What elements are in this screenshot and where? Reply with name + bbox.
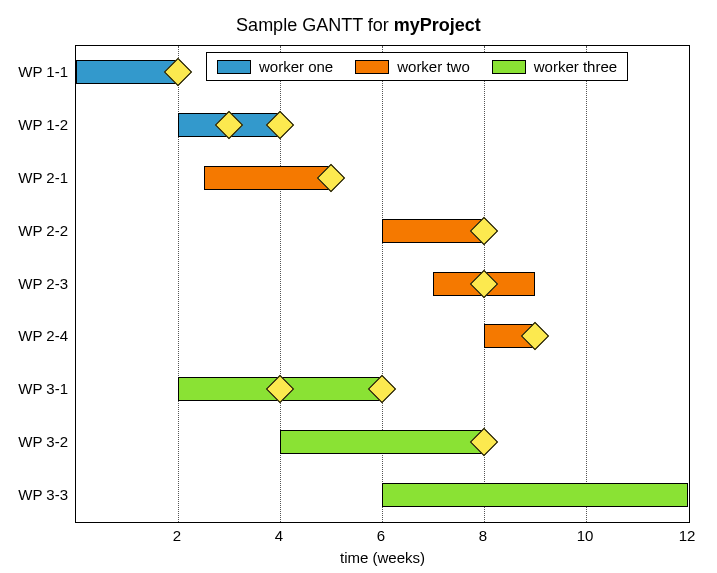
y-tick-label: WP 2-1 bbox=[18, 168, 68, 185]
gantt-bar bbox=[204, 166, 332, 190]
y-tick-label: WP 2-3 bbox=[18, 274, 68, 291]
gantt-chart: Sample GANTT for myProject worker onewor… bbox=[0, 0, 717, 573]
x-tick-label: 2 bbox=[173, 527, 181, 544]
y-axis-ticks: WP 1-1WP 1-2WP 2-1WP 2-2WP 2-3WP 2-4WP 3… bbox=[0, 45, 68, 523]
plot-area: worker oneworker twoworker three bbox=[75, 45, 690, 523]
gridline bbox=[586, 46, 587, 522]
y-tick-label: WP 2-4 bbox=[18, 327, 68, 344]
legend-label: worker three bbox=[534, 58, 617, 75]
y-tick-label: WP 2-2 bbox=[18, 221, 68, 238]
legend-entry: worker two bbox=[355, 58, 470, 75]
y-tick-label: WP 1-1 bbox=[18, 63, 68, 80]
y-tick-label: WP 3-3 bbox=[18, 485, 68, 502]
x-tick-label: 4 bbox=[275, 527, 283, 544]
title-prefix: Sample GANTT for bbox=[236, 15, 394, 35]
legend-swatch-icon bbox=[492, 60, 526, 74]
gantt-bar bbox=[280, 430, 484, 454]
y-tick-label: WP 3-2 bbox=[18, 432, 68, 449]
y-tick-label: WP 1-2 bbox=[18, 116, 68, 133]
chart-title: Sample GANTT for myProject bbox=[0, 15, 717, 36]
gantt-bar bbox=[76, 60, 178, 84]
legend-entry: worker one bbox=[217, 58, 333, 75]
title-project: myProject bbox=[394, 15, 481, 35]
x-axis-ticks: 24681012 bbox=[75, 527, 690, 549]
x-tick-label: 8 bbox=[479, 527, 487, 544]
legend-label: worker one bbox=[259, 58, 333, 75]
legend-label: worker two bbox=[397, 58, 470, 75]
legend: worker oneworker twoworker three bbox=[206, 52, 628, 81]
legend-swatch-icon bbox=[355, 60, 389, 74]
legend-swatch-icon bbox=[217, 60, 251, 74]
legend-entry: worker three bbox=[492, 58, 617, 75]
gantt-bar bbox=[382, 483, 688, 507]
x-tick-label: 10 bbox=[577, 527, 594, 544]
x-tick-label: 6 bbox=[377, 527, 385, 544]
x-tick-label: 12 bbox=[679, 527, 696, 544]
y-tick-label: WP 3-1 bbox=[18, 380, 68, 397]
x-axis-label: time (weeks) bbox=[75, 549, 690, 566]
